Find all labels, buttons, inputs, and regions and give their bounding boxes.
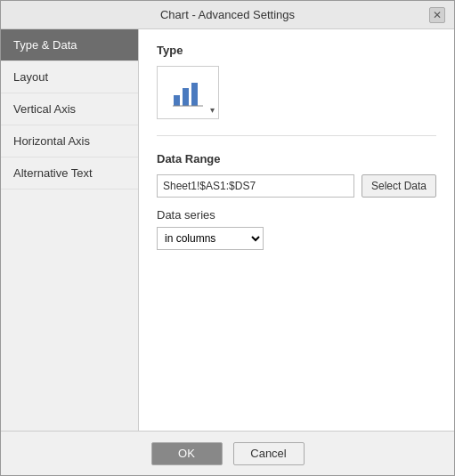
chart-type-selector[interactable]: ▾ (157, 66, 219, 119)
sidebar-item-horizontal-axis[interactable]: Horizontal Axis (1, 125, 138, 157)
data-series-label: Data series (157, 208, 436, 222)
data-series-select[interactable]: in columns in rows (157, 227, 264, 250)
dialog-title: Chart - Advanced Settings (26, 8, 429, 21)
data-range-row: Select Data (157, 174, 436, 198)
dialog-footer: OK Cancel (1, 431, 454, 475)
type-label: Type (157, 44, 436, 57)
svg-rect-1 (183, 88, 189, 106)
data-range-label: Data Range (157, 152, 436, 165)
svg-rect-0 (174, 95, 180, 106)
ok-button[interactable]: OK (151, 442, 223, 465)
type-dropdown-arrow: ▾ (210, 105, 215, 115)
data-range-input[interactable] (157, 174, 354, 198)
content-area: Type ▾ Data Range Select Da (139, 29, 454, 431)
title-bar: Chart - Advanced Settings ✕ (1, 1, 454, 29)
data-range-section: Data Range Select Data Data series in co… (157, 152, 436, 250)
svg-rect-2 (191, 83, 198, 106)
data-series-section: Data series in columns in rows (157, 208, 436, 250)
dialog-body: Type & Data Layout Vertical Axis Horizon… (1, 29, 454, 431)
type-section: Type ▾ (157, 44, 436, 136)
sidebar-item-layout[interactable]: Layout (1, 61, 138, 93)
sidebar-item-type-data[interactable]: Type & Data (1, 29, 138, 61)
select-data-button[interactable]: Select Data (362, 174, 436, 198)
bar-chart-icon (171, 76, 205, 109)
sidebar: Type & Data Layout Vertical Axis Horizon… (1, 29, 139, 431)
sidebar-item-alternative-text[interactable]: Alternative Text (1, 157, 138, 190)
dialog-chart-advanced-settings: Chart - Advanced Settings ✕ Type & Data … (0, 0, 455, 476)
sidebar-item-vertical-axis[interactable]: Vertical Axis (1, 93, 138, 125)
cancel-button[interactable]: Cancel (233, 442, 305, 465)
close-button[interactable]: ✕ (429, 7, 445, 23)
